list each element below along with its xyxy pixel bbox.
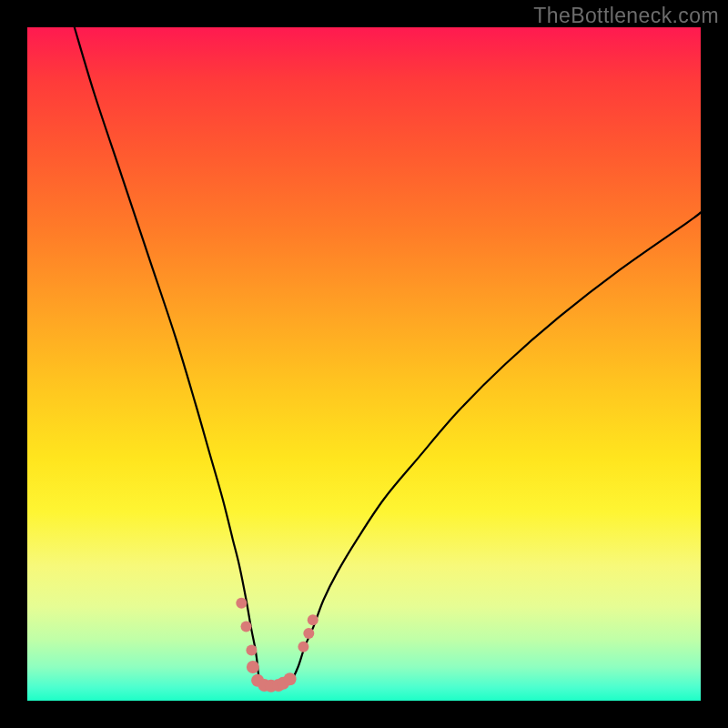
fit-marker — [236, 598, 247, 609]
fit-marker — [298, 642, 308, 652]
fit-marker — [246, 645, 257, 656]
fit-marker — [247, 661, 259, 673]
plot-area — [27, 27, 701, 701]
watermark-text: TheBottleneck.com — [533, 4, 719, 28]
bottleneck-curve — [75, 27, 701, 687]
fit-marker — [303, 628, 314, 639]
fit-marker — [241, 622, 252, 632]
fit-marker — [308, 614, 318, 625]
chart-frame: TheBottleneck.com — [0, 0, 728, 728]
chart-svg — [27, 27, 701, 701]
fit-marker — [284, 672, 297, 685]
